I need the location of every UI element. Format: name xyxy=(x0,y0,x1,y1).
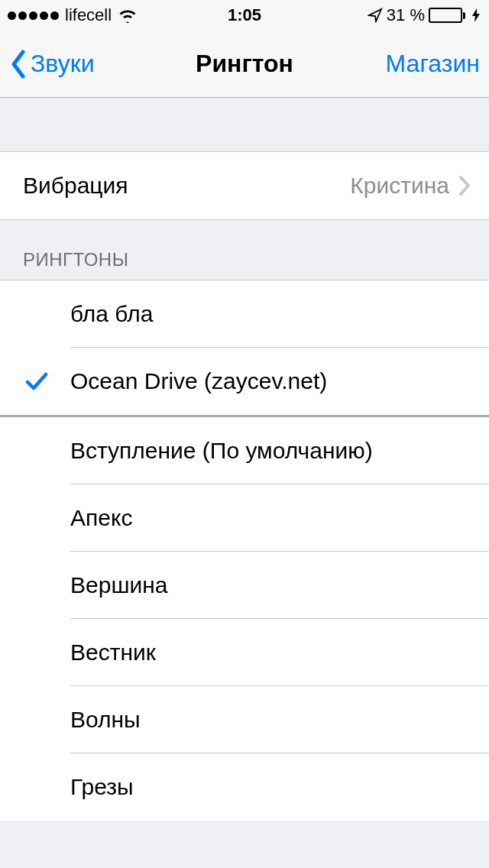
ringtone-label: Волны xyxy=(70,707,471,733)
battery-icon xyxy=(429,8,465,23)
status-time: 1:05 xyxy=(228,5,261,25)
back-button[interactable]: Звуки xyxy=(9,49,95,79)
ringtone-label: Вестник xyxy=(70,640,471,666)
ringtone-item[interactable]: Вступление (По умолчанию) xyxy=(0,417,489,484)
ringtone-item[interactable]: Грезы xyxy=(0,753,489,821)
ringtone-label: Вершина xyxy=(70,572,471,598)
cellular-signal-icon xyxy=(8,11,59,20)
vibration-cell[interactable]: Вибрация Кристина xyxy=(0,152,489,219)
carrier-label: lifecell xyxy=(65,5,112,25)
custom-ringtones-group: бла бла Ocean Drive (zaycev.net) xyxy=(0,280,489,415)
chevron-left-icon xyxy=(9,49,28,79)
location-icon xyxy=(368,8,383,23)
ringtone-label: бла бла xyxy=(70,301,471,327)
nav-bar: Звуки Рингтон Магазин xyxy=(0,31,489,98)
ringtone-item[interactable]: бла бла xyxy=(0,280,489,348)
ringtone-label: Апекс xyxy=(70,505,471,531)
ringtone-item[interactable]: Вестник xyxy=(0,619,489,686)
ringtone-item[interactable]: Апекс xyxy=(0,484,489,552)
vibration-label: Вибрация xyxy=(23,173,350,199)
store-button[interactable]: Магазин xyxy=(386,50,480,78)
charging-icon xyxy=(469,8,481,23)
ringtone-label: Ocean Drive (zaycev.net) xyxy=(70,368,471,394)
ringtone-label: Грезы xyxy=(70,774,471,800)
ringtone-label: Вступление (По умолчанию) xyxy=(70,438,471,464)
ringtone-item-selected[interactable]: Ocean Drive (zaycev.net) xyxy=(0,348,489,415)
ringtone-item[interactable]: Волны xyxy=(0,686,489,753)
status-bar: lifecell 1:05 31 % xyxy=(0,0,489,31)
builtin-ringtones-group: Вступление (По умолчанию) Апекс Вершина … xyxy=(0,417,489,821)
status-right: 31 % xyxy=(368,5,481,25)
wifi-icon xyxy=(118,8,138,23)
page-title: Рингтон xyxy=(196,50,293,78)
chevron-right-icon xyxy=(458,175,471,196)
ringtones-header: РИНГТОНЫ xyxy=(0,220,489,280)
ringtone-item[interactable]: Вершина xyxy=(0,552,489,619)
status-left: lifecell xyxy=(8,5,138,25)
battery-percentage: 31 % xyxy=(387,5,425,25)
checkmark-icon xyxy=(23,368,50,395)
vibration-group: Вибрация Кристина xyxy=(0,151,489,220)
vibration-value: Кристина xyxy=(350,173,449,199)
back-label: Звуки xyxy=(31,50,95,78)
